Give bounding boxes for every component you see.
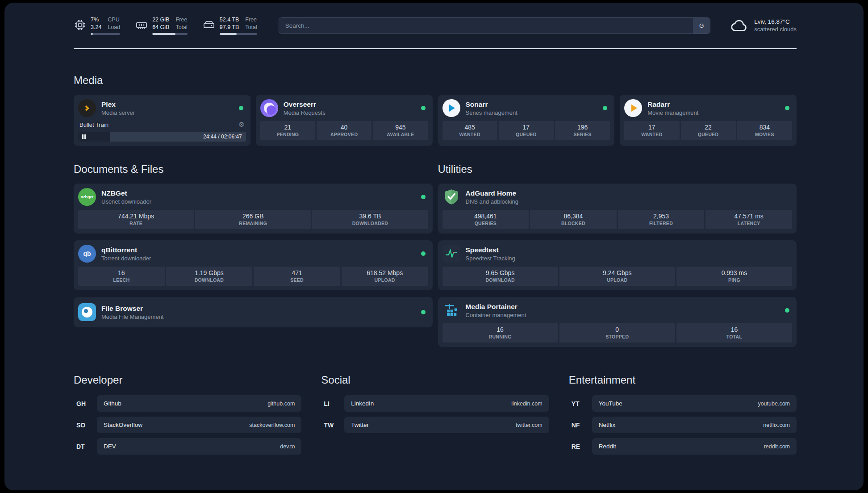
bookmark-abbr: SO (74, 422, 91, 429)
adguard-icon (442, 188, 460, 206)
section-title-utilities: Utilities (438, 163, 797, 175)
bookmark-dev[interactable]: DT DEV dev.to (74, 438, 301, 455)
bookmark-link[interactable]: YouTube youtube.com (592, 395, 797, 412)
stat-running: 16 RUNNING (442, 323, 558, 343)
bookmarks: Developer GH Github github.com SO StackO… (74, 374, 797, 460)
status-dot (785, 106, 789, 110)
stat-wanted: 485 WANTED (442, 121, 497, 140)
service-subtitle: Media File Management (101, 313, 416, 320)
service-card-nzbget[interactable]: nzbget NZBGet Usenet downloader 744.21 M… (74, 184, 433, 234)
service-card-qbittorrent[interactable]: qb qBittorrent Torrent downloader 16 LEE… (74, 240, 433, 290)
memory-icon (135, 19, 148, 31)
bookmark-abbr: GH (74, 400, 91, 407)
status-dot (603, 106, 607, 110)
top-bar: 7% CPU 3.24 Load 22 GiB Free 64 GiB Tota… (74, 16, 797, 35)
stat-available: 945 AVAILABLE (373, 121, 428, 140)
stat-download: 9.65 Gbps DOWNLOAD (442, 267, 558, 286)
stat-ping: 0.993 ms PING (676, 267, 792, 286)
bookmark-youtube[interactable]: YT YouTube youtube.com (569, 395, 797, 412)
portainer-icon (442, 301, 460, 319)
disk-progress-bar (220, 33, 257, 35)
bookmark-netflix[interactable]: NF Netflix netflix.com (569, 417, 797, 433)
bookmark-group-title: Entertainment (569, 374, 797, 386)
service-subtitle: Media server (101, 109, 234, 116)
radarr-icon (624, 99, 642, 117)
service-card-filebrowser[interactable]: File Browser Media File Management (74, 297, 433, 327)
service-card-adguard[interactable]: AdGuard Home DNS and adblocking 498,461 … (438, 184, 797, 234)
service-card-speedtest[interactable]: Speedtest Speedtest Tracking 9.65 Gbps D… (438, 240, 797, 290)
stat-queued: 22 QUEUED (681, 121, 736, 140)
stat-downloaded: 39.6 TB DOWNLOADED (312, 210, 428, 229)
stat-rate: 744.21 Mbps RATE (78, 210, 194, 229)
memory-total-label: Total (175, 24, 187, 31)
service-card-radarr[interactable]: Radarr Movie management 17 WANTED 22 QUE… (620, 95, 797, 146)
stat-remaining: 266 GB REMAINING (195, 210, 311, 229)
bookmark-link[interactable]: Netflix netflix.com (592, 417, 797, 433)
gear-icon[interactable]: ⚙ (238, 121, 244, 129)
memory-total: 64 GiB (152, 24, 169, 31)
stat-upload: 9.24 Gbps UPLOAD (559, 267, 675, 286)
service-subtitle: Movie management (647, 109, 780, 116)
stat-blocked: 86,384 BLOCKED (530, 210, 617, 229)
bookmark-link[interactable]: LinkedIn linkedin.com (344, 395, 549, 412)
stat-pending: 21 PENDING (260, 121, 315, 140)
stat-movies: 834 MOVIES (737, 121, 792, 140)
bookmark-link[interactable]: StackOverflow stackoverflow.com (97, 417, 301, 433)
service-card-plex[interactable]: Plex Media server Bullet Train ⚙ 24:44 /… (74, 95, 250, 146)
stat-download: 1.19 Gbps DOWNLOAD (166, 267, 253, 286)
cpu-progress-bar (91, 33, 120, 35)
bookmark-abbr: DT (74, 443, 91, 450)
sonarr-icon (442, 99, 460, 117)
status-dot (785, 308, 789, 313)
bookmark-abbr: RE (569, 443, 586, 450)
service-subtitle: DNS and adblocking (466, 198, 793, 205)
stat-leech: 16 LEECH (78, 267, 165, 286)
search-input[interactable] (279, 17, 711, 34)
bookmark-reddit[interactable]: RE Reddit reddit.com (569, 438, 797, 455)
service-card-overseerr[interactable]: Overseerr Media Requests 21 PENDING 40 A… (256, 95, 433, 146)
status-dot (421, 106, 426, 110)
bookmark-link[interactable]: Reddit reddit.com (592, 438, 797, 455)
service-card-portainer[interactable]: Media Portainer Container management 16 … (438, 297, 797, 347)
stat-approved: 40 APPROVED (317, 121, 371, 140)
memory-progress-bar (152, 33, 188, 35)
service-name: Media Portainer (466, 303, 780, 311)
section-title-documents: Documents & Files (74, 163, 433, 175)
search-bar: G (279, 17, 711, 34)
pause-icon[interactable] (82, 134, 86, 139)
service-name: Overseerr (284, 100, 416, 109)
bookmark-link[interactable]: Twitter twitter.com (344, 417, 549, 433)
overseerr-icon (260, 99, 278, 117)
bookmark-linkedin[interactable]: LI LinkedIn linkedin.com (321, 395, 549, 412)
bookmark-link[interactable]: Github github.com (97, 395, 301, 412)
search-provider-button[interactable]: G (693, 18, 710, 33)
bookmark-twitter[interactable]: TW Twitter twitter.com (321, 417, 549, 433)
cloud-icon (730, 16, 749, 35)
bookmark-link[interactable]: DEV dev.to (97, 438, 301, 455)
stat-wanted: 17 WANTED (624, 121, 679, 140)
cpu-icon (74, 19, 86, 31)
bookmark-abbr: LI (321, 400, 338, 407)
cpu-load: 3.24 (91, 24, 101, 31)
bookmark-abbr: TW (321, 422, 338, 429)
bookmark-group-entertainment: Entertainment YT YouTube youtube.com NF … (569, 374, 797, 460)
stat-seed: 471 SEED (254, 267, 340, 286)
disk-total-label: Total (245, 24, 257, 31)
service-subtitle: Media Requests (284, 109, 416, 116)
stat-series: 196 SERIES (555, 121, 610, 140)
section-documents: Documents & Files nzbget NZBGet Usenet d… (74, 163, 433, 347)
weather-condition: scattered clouds (754, 26, 797, 33)
disk-total: 97.9 TB (220, 24, 239, 31)
now-playing-row: Bullet Train ⚙ (78, 117, 246, 132)
service-subtitle: Torrent downloader (101, 255, 416, 262)
bookmark-github[interactable]: GH Github github.com (74, 395, 301, 412)
media-card-grid: Plex Media server Bullet Train ⚙ 24:44 /… (74, 95, 797, 146)
memory-free: 22 GiB (152, 16, 169, 23)
service-name: Radarr (647, 100, 780, 109)
bookmark-stackoverflow[interactable]: SO StackOverflow stackoverflow.com (74, 417, 301, 433)
service-card-sonarr[interactable]: Sonarr Series management 485 WANTED 17 Q… (438, 95, 615, 146)
filebrowser-icon (78, 303, 96, 321)
now-playing-title: Bullet Train (79, 121, 108, 128)
playback-progress-bar[interactable]: 24:44 / 02:06:47 (78, 132, 246, 142)
status-dot (239, 106, 243, 110)
